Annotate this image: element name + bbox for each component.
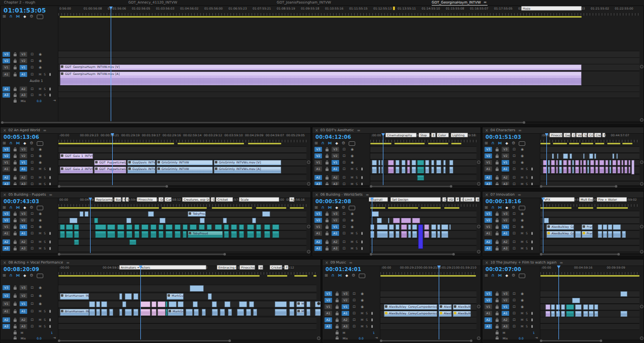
voiceover-record-icon[interactable]: [531, 232, 533, 235]
timeline-clip[interactable]: GuyDavis_INTVW: [127, 166, 155, 174]
track-target-button-v2[interactable]: V2: [502, 218, 509, 223]
timeline-clip[interactable]: [107, 224, 115, 230]
captions-icon[interactable]: [37, 15, 43, 19]
track-source-button-a3[interactable]: A3: [325, 324, 332, 329]
add-marker-icon[interactable]: ◆: [346, 273, 348, 278]
playhead-timecode[interactable]: 00:05:13:06: [4, 134, 39, 140]
track-source-button-v3[interactable]: V3: [3, 285, 10, 290]
track-lock-icon[interactable]: [326, 233, 329, 235]
track-lock-icon[interactable]: [326, 162, 329, 164]
solo-track-icon[interactable]: S: [44, 175, 46, 180]
track-source-button-v1[interactable]: V1: [3, 224, 10, 229]
timeline-clip[interactable]: [599, 166, 604, 174]
timeline-clip[interactable]: [575, 160, 579, 165]
nested-sequence-icon[interactable]: ⊞: [314, 205, 318, 210]
track-settings-icon[interactable]: ⊡: [343, 153, 346, 158]
track-lane-a3[interactable]: [370, 245, 476, 252]
sequence-marker[interactable]: Back: [114, 197, 121, 202]
timeline-clip[interactable]: [169, 301, 177, 307]
timeline-clip[interactable]: Mark: [296, 309, 304, 316]
sequence-marker[interactable]: Fire + Water: [597, 197, 627, 202]
track-source-button-a2[interactable]: A2: [3, 317, 10, 322]
voiceover-record-icon[interactable]: [531, 312, 533, 315]
timeline-clip[interactable]: [125, 309, 132, 316]
track-source-button-a1[interactable]: A1: [3, 166, 10, 172]
timeline-clip[interactable]: [231, 224, 237, 230]
snap-icon[interactable]: ∩: [492, 141, 495, 146]
timeline-clip[interactable]: [117, 224, 124, 230]
track-settings-icon[interactable]: ⊡: [31, 65, 34, 70]
track-lock-icon[interactable]: [326, 220, 329, 222]
zoom-handle[interactable]: [307, 182, 310, 186]
timeline-clip[interactable]: [613, 231, 621, 238]
track-source-button-v2[interactable]: V2: [3, 58, 10, 63]
track-lock-icon[interactable]: [326, 213, 329, 216]
timeline-clip[interactable]: GDT_GeorginaHaym_INTVW.mov [V]: [60, 64, 582, 70]
track-target-button-v2[interactable]: V2: [20, 58, 27, 63]
nested-sequence-icon[interactable]: ⊞: [485, 273, 488, 278]
track-source-button-v2[interactable]: V2: [314, 218, 322, 223]
solo-track-icon[interactable]: S: [44, 246, 46, 251]
voiceover-record-icon[interactable]: [361, 232, 363, 235]
track-source-button-v3[interactable]: V3: [314, 211, 322, 216]
solo-track-icon[interactable]: S: [44, 324, 46, 329]
toggle-track-output-icon[interactable]: ◉: [39, 147, 42, 152]
timeline-clip[interactable]: [117, 231, 124, 238]
track-lane-a2[interactable]: [58, 239, 306, 245]
playhead-line[interactable]: [543, 200, 543, 253]
playhead-line[interactable]: [90, 200, 91, 253]
sequence-marker[interactable]: Creatu: [594, 133, 601, 137]
track-source-button-v1[interactable]: V1: [485, 160, 492, 165]
track-settings-icon[interactable]: ⊡: [513, 224, 516, 229]
track-source-button-v3[interactable]: V3: [3, 52, 10, 57]
captions-icon[interactable]: [37, 206, 43, 210]
zoom-handle[interactable]: [640, 305, 643, 308]
timeline-clip[interactable]: AlexBu: [439, 304, 452, 310]
track-lane-v2[interactable]: [380, 297, 476, 304]
add-marker-icon[interactable]: ◆: [506, 141, 508, 146]
timeline-clip[interactable]: Fran: [582, 231, 593, 238]
timeline-clip[interactable]: [150, 231, 156, 238]
track-source-button-a2[interactable]: A2: [325, 317, 332, 322]
track-target-button-v2[interactable]: V2: [332, 153, 339, 158]
track-source-button-a3[interactable]: A3: [3, 246, 10, 251]
tab-chapter-2-rough[interactable]: Chapter 2 - rough: [4, 0, 35, 5]
timeline-clip[interactable]: [85, 211, 89, 217]
track-settings-icon[interactable]: ⊡: [31, 93, 34, 98]
track-target-button-a2[interactable]: A2: [342, 317, 349, 322]
track-target-button-a3[interactable]: A3: [332, 246, 339, 251]
timeline-clip[interactable]: [552, 153, 554, 159]
track-target-button-a2[interactable]: A2: [332, 239, 339, 244]
track-settings-icon[interactable]: ⊡: [31, 87, 34, 92]
voiceover-record-icon[interactable]: [371, 318, 373, 321]
horizontal-scrollbar[interactable]: [1, 339, 320, 342]
track-source-button-a1[interactable]: A1: [3, 309, 10, 314]
nested-sequence-icon[interactable]: ⊞: [314, 141, 318, 146]
timeline-clip[interactable]: [194, 309, 199, 316]
sequence-marker[interactable]: H: [122, 197, 125, 202]
timeline-clip[interactable]: [178, 301, 184, 307]
timeline-clip[interactable]: [193, 301, 198, 307]
track-settings-icon[interactable]: ⊡: [31, 175, 34, 180]
timeline-clip[interactable]: [134, 224, 139, 230]
zoom-handle[interactable]: [477, 225, 480, 228]
track-lock-icon[interactable]: [14, 226, 17, 229]
timeline-clip[interactable]: [129, 239, 136, 245]
timeline-clip[interactable]: [306, 309, 310, 316]
solo-track-icon[interactable]: S: [356, 231, 358, 236]
timeline-clip[interactable]: [372, 160, 377, 165]
track-lane-a3[interactable]: [540, 245, 639, 252]
track-lock-icon[interactable]: [496, 213, 499, 216]
track-lock-icon[interactable]: [326, 177, 329, 180]
horizontal-scrollbar[interactable]: [1, 185, 310, 188]
tab-gdt-joanispassingham-intvw[interactable]: GDT_JoanisPassingham_INTVW: [277, 0, 331, 5]
timeline-clip[interactable]: [378, 166, 380, 174]
track-target-button-v3[interactable]: V3: [20, 52, 27, 57]
nested-sequence-icon[interactable]: ⊞: [485, 141, 488, 146]
mute-track-icon[interactable]: M: [39, 231, 41, 236]
timeline-clip[interactable]: [605, 166, 608, 174]
timeline-clip[interactable]: [561, 311, 565, 317]
linked-selection-icon[interactable]: ⋈: [498, 141, 502, 146]
voiceover-record-icon[interactable]: [49, 318, 51, 321]
track-source-button-a1[interactable]: A1: [485, 231, 492, 236]
